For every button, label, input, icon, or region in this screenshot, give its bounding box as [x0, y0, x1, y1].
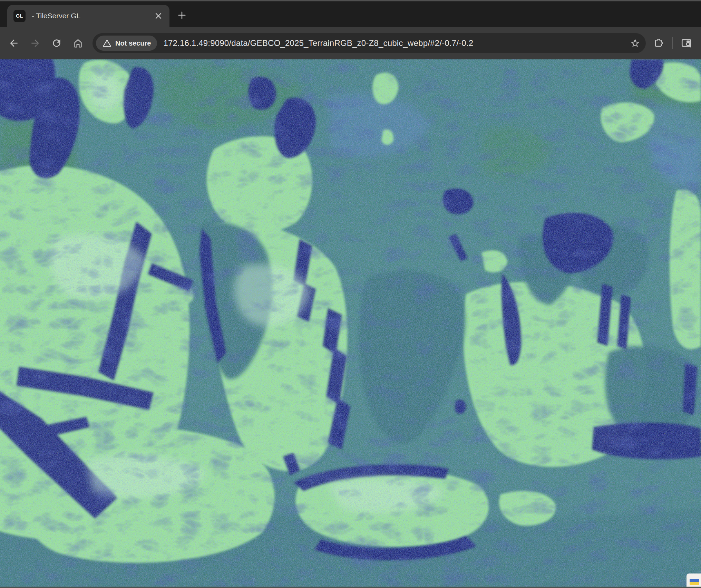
url-text[interactable]: 172.16.1.49:9090/data/GEBCO_2025_Terrain… [163, 38, 627, 48]
map-viewport[interactable] [0, 59, 701, 587]
tab-close-button[interactable] [152, 10, 165, 22]
forward-arrow-icon [30, 38, 41, 49]
plus-icon [177, 10, 187, 20]
tab-strip: GL - TileServer GL [0, 1, 701, 27]
puzzle-icon [653, 38, 664, 49]
map-canvas[interactable] [0, 59, 701, 587]
new-tab-button[interactable] [174, 8, 189, 23]
side-panel-search-button[interactable] [678, 35, 695, 51]
star-icon [630, 38, 640, 48]
close-icon [154, 11, 163, 20]
back-button[interactable] [6, 35, 22, 51]
browser-window: GL - TileServer GL [0, 0, 701, 588]
security-chip[interactable]: Not secure [96, 36, 157, 51]
address-bar[interactable]: Not secure 172.16.1.49:9090/data/GEBCO_2… [93, 33, 646, 53]
forward-button[interactable] [27, 35, 43, 51]
tab-tileserver-gl[interactable]: GL - TileServer GL [7, 5, 169, 27]
home-icon [72, 38, 84, 49]
reload-icon [51, 38, 62, 49]
toolbar-right [650, 35, 695, 51]
security-chip-label: Not secure [115, 39, 151, 47]
map-attribution[interactable] [687, 573, 701, 587]
reload-button[interactable] [48, 35, 65, 51]
side-panel-search-icon [681, 37, 692, 49]
toolbar-divider [672, 37, 673, 49]
home-button[interactable] [70, 35, 86, 51]
warning-icon [102, 38, 112, 48]
back-arrow-icon [8, 38, 19, 49]
window-bottom-edge [0, 587, 701, 588]
toolbar: Not secure 172.16.1.49:9090/data/GEBCO_2… [0, 27, 701, 59]
bookmark-button[interactable] [627, 35, 643, 51]
ukraine-flag-icon [690, 579, 699, 585]
extensions-button[interactable] [650, 35, 666, 51]
tab-title: - TileServer GL [32, 12, 152, 20]
tab-favicon: GL [13, 10, 26, 22]
